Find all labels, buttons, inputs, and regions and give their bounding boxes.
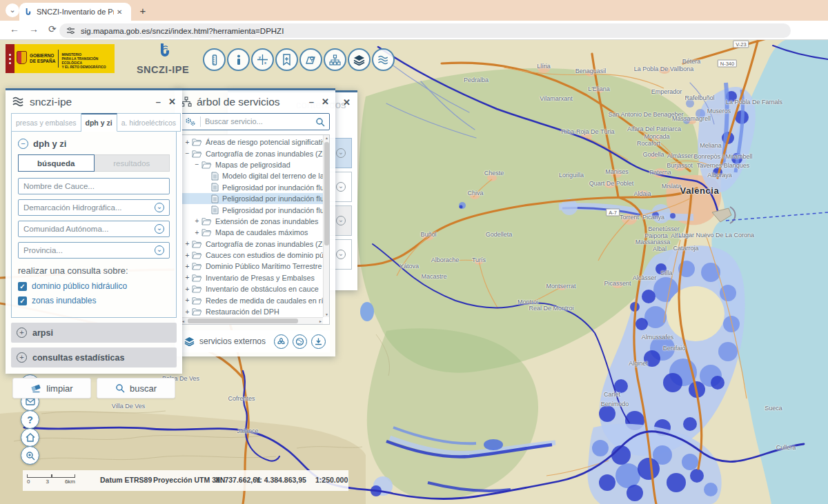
expander-plus-icon[interactable]: + xyxy=(184,285,190,293)
tab-presas-y-embalses[interactable]: presas y embalses xyxy=(11,113,81,132)
minimize-button[interactable]: – xyxy=(156,97,161,106)
help-icon[interactable]: ? xyxy=(21,410,39,429)
comunidad-select[interactable]: Comunidad Autónoma... ⌄ xyxy=(18,221,170,237)
site-settings-icon[interactable] xyxy=(66,26,75,35)
chevron-down-icon[interactable]: ⌄ xyxy=(336,216,346,225)
app-logo: SNCZI-IPE xyxy=(135,43,190,75)
tree-item[interactable]: +Extensión de zonas inundables xyxy=(181,216,323,227)
service-search-input[interactable]: Buscar servicio... xyxy=(200,117,315,127)
tree-item[interactable]: +Restauración del DPH xyxy=(181,306,323,317)
layers-icon[interactable] xyxy=(348,48,371,71)
import-service-icon[interactable] xyxy=(311,334,326,349)
collapse-icon[interactable]: − xyxy=(18,139,28,149)
tree-item[interactable]: +Dominio Público Marítimo Terrestre (DPM… xyxy=(181,261,323,272)
refresh-button[interactable]: ⟳ xyxy=(48,23,57,34)
tab-resultados[interactable]: resultados xyxy=(95,154,170,172)
zoom-in-icon[interactable] xyxy=(21,446,39,465)
nombre-cauce-input[interactable]: Nombre de Cauce... xyxy=(18,178,170,194)
external-services-bar[interactable]: servicios externos xyxy=(180,330,330,352)
expander-plus-icon[interactable]: + xyxy=(194,217,200,225)
service-search-box[interactable]: Buscar servicio... xyxy=(180,113,330,130)
tree-vertical-scrollbar[interactable]: ▲ ▼ xyxy=(323,135,329,317)
expander-plus-icon[interactable]: + xyxy=(184,296,190,304)
demarcacion-select[interactable]: Demarcación Hidrográfica... ⌄ xyxy=(18,199,170,216)
tree-item[interactable]: +Mapa de caudales máximos xyxy=(181,227,323,238)
search-icon[interactable] xyxy=(315,117,325,127)
services-tree-panel-header[interactable]: árbol de servicios – ✕ xyxy=(175,90,335,113)
tree-item[interactable]: Peligrosidad por inundación fluvial T=10… xyxy=(181,193,323,204)
tree-item[interactable]: +Inventario de obstáculos en cauce xyxy=(181,283,323,294)
expander-minus-icon[interactable]: − xyxy=(194,161,200,168)
tree-item[interactable]: Peligrosidad por inundación fluvial T=10… xyxy=(181,182,323,193)
arpsi-section-header[interactable]: + arpsi xyxy=(11,323,177,343)
tree-item[interactable]: −Mapas de peligrosidad xyxy=(181,159,323,170)
services-tree-icon[interactable] xyxy=(324,48,346,71)
tab-close-icon[interactable]: ✕ xyxy=(117,8,122,16)
tree-item[interactable]: +Inventario de Presas y Embalses xyxy=(181,272,323,283)
coordinates-icon[interactable]: yx xyxy=(251,48,274,71)
checkbox-dominio-publico[interactable]: ✓ dominio público hidráulico xyxy=(18,281,170,291)
consultas-estadisticas-section-header[interactable]: + consultas estadísticas xyxy=(11,347,177,367)
tree-item[interactable]: −Cartografía de zonas inundables (ZI) de… xyxy=(181,148,323,159)
expander-plus-icon[interactable]: + xyxy=(184,274,190,281)
tree-item[interactable]: Modelo digital del terreno de las ARPSI xyxy=(181,170,323,181)
limpiar-button[interactable]: limpiar xyxy=(12,378,91,399)
chevron-down-icon[interactable]: ⌄ xyxy=(336,148,346,158)
home-icon[interactable] xyxy=(21,428,39,447)
contenidos-close-button[interactable]: ✕ xyxy=(343,98,351,107)
chevron-down-icon[interactable]: ⌄ xyxy=(155,203,164,212)
tree-item[interactable]: +Cauces con estudios de dominio público … xyxy=(181,250,323,261)
close-button[interactable]: ✕ xyxy=(168,97,176,106)
tab-a-hidroelectricos[interactable]: a. hidroeléctricos xyxy=(117,113,181,132)
tree-item[interactable]: +Cartografía de zonas inundables (ZI) de… xyxy=(181,239,323,250)
expander-minus-icon[interactable]: − xyxy=(184,150,190,157)
address-bar[interactable]: sig.mapama.gob.es/snczi/index.html?herra… xyxy=(59,23,791,38)
tree-item-label: Peligrosidad por inundación fluvial T=10… xyxy=(222,183,323,192)
snczi-panel-header[interactable]: snczi-ipe – ✕ xyxy=(6,90,182,113)
expander-plus-icon[interactable]: + xyxy=(184,252,190,259)
tree-horizontal-scrollbar[interactable]: ◄ ► xyxy=(181,317,323,324)
map-location-icon[interactable] xyxy=(299,48,322,71)
tab-dph-y-zi[interactable]: dph y zi xyxy=(81,113,117,132)
expander-plus-icon[interactable]: + xyxy=(194,229,200,236)
scroll-right-icon[interactable]: ► xyxy=(319,319,322,324)
expander-plus-icon[interactable]: + xyxy=(184,263,190,270)
waves-icon[interactable] xyxy=(372,48,395,71)
close-button[interactable]: ✕ xyxy=(322,97,329,106)
chevron-down-icon[interactable]: ⌄ xyxy=(155,224,164,234)
tab-busqueda[interactable]: búsqueda xyxy=(18,154,95,172)
browser-tab[interactable]: SNCZI-Inventario de Presas y E ✕ xyxy=(19,3,131,21)
tree-item[interactable]: Peligrosidad por inundación fluvial T=50… xyxy=(181,204,323,215)
expander-plus-icon[interactable]: + xyxy=(184,308,190,316)
checkbox-checked-icon[interactable]: ✓ xyxy=(18,282,27,291)
browser-tab-strip: ⌄ SNCZI-Inventario de Presas y E ✕ + xyxy=(0,0,828,21)
forward-button[interactable]: → xyxy=(29,23,39,34)
buscar-button[interactable]: buscar xyxy=(97,378,175,399)
globe-icon[interactable] xyxy=(293,334,307,349)
bookmark-icon[interactable] xyxy=(275,48,298,71)
expander-plus-icon[interactable]: + xyxy=(184,240,190,248)
checkbox-zonas-inundables[interactable]: ✓ zonas inundables xyxy=(18,296,170,305)
pinwheel-icon[interactable] xyxy=(274,334,288,349)
minimize-button[interactable]: – xyxy=(309,97,314,106)
tree-item[interactable]: +Áreas de riesgo potencial significativo… xyxy=(181,137,323,148)
expand-icon[interactable]: + xyxy=(17,327,27,338)
tree-item[interactable]: +Redes de medida de caudales en ríos xyxy=(181,294,323,305)
scrollbar-thumb[interactable] xyxy=(324,142,329,245)
expander-plus-icon[interactable]: + xyxy=(184,139,190,146)
chevron-down-icon[interactable]: ⌄ xyxy=(155,245,164,255)
scroll-up-icon[interactable]: ▲ xyxy=(324,136,330,140)
provincia-select[interactable]: Provincia... ⌄ xyxy=(18,242,170,259)
scrollbar-thumb[interactable] xyxy=(188,319,298,323)
measure-icon[interactable] xyxy=(203,48,226,71)
tab-search-icon[interactable]: ⌄ xyxy=(6,3,19,17)
chevron-down-icon[interactable]: ⌄ xyxy=(336,182,346,192)
chevron-down-icon[interactable]: ⌄ xyxy=(336,250,346,259)
scroll-down-icon[interactable]: ▼ xyxy=(324,312,330,316)
dph-zi-section-header[interactable]: − dph y zi xyxy=(18,139,170,149)
back-button[interactable]: ← xyxy=(10,23,19,34)
new-tab-button[interactable]: + xyxy=(137,5,149,17)
expand-icon[interactable]: + xyxy=(17,352,27,363)
info-icon[interactable] xyxy=(227,48,250,71)
checkbox-checked-icon[interactable]: ✓ xyxy=(18,296,27,305)
